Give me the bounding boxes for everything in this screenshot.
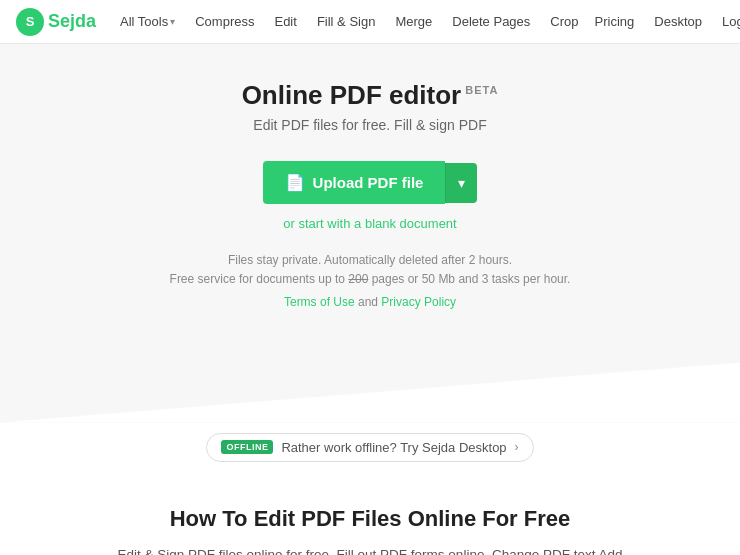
privacy-text-line1: Files stay private. Automatically delete… <box>20 251 720 270</box>
nav-pricing[interactable]: Pricing <box>587 10 643 33</box>
terms-of-use-link[interactable]: Terms of Use <box>284 295 355 309</box>
nav-fill-sign[interactable]: Fill & Sign <box>309 10 384 33</box>
nav-compress[interactable]: Compress <box>187 10 262 33</box>
offline-banner-section: OFFLINE Rather work offline? Try Sejda D… <box>0 423 740 482</box>
privacy-policy-link[interactable]: Privacy Policy <box>381 295 456 309</box>
how-to-section: How To Edit PDF Files Online For Free Ed… <box>0 482 740 555</box>
diagonal-divider <box>0 363 740 423</box>
upload-pdf-button[interactable]: 📄 Upload PDF file <box>263 161 446 204</box>
chevron-down-icon: ▾ <box>170 16 175 27</box>
hero-section: Online PDF editorBETA Edit PDF files for… <box>0 44 740 363</box>
logo-icon: S <box>16 8 44 36</box>
offline-banner-text: Rather work offline? Try Sejda Desktop <box>281 440 506 455</box>
pdf-icon: 📄 <box>285 173 305 192</box>
nav-delete-pages[interactable]: Delete Pages <box>444 10 538 33</box>
hero-subtitle: Edit PDF files for free. Fill & sign PDF <box>20 117 720 133</box>
beta-badge: BETA <box>465 84 498 96</box>
nav-right: Pricing Desktop Log in <box>587 10 740 33</box>
hero-title: Online PDF editorBETA <box>20 80 720 111</box>
nav-desktop[interactable]: Desktop <box>646 10 710 33</box>
offline-tag: OFFLINE <box>221 440 273 454</box>
offline-chevron-icon: › <box>515 440 519 454</box>
nav-left: All Tools ▾ Compress Edit Fill & Sign Me… <box>112 10 586 33</box>
dropdown-arrow-icon: ▾ <box>458 175 465 191</box>
nav-crop[interactable]: Crop <box>542 10 586 33</box>
nav-login[interactable]: Log in <box>714 10 740 33</box>
blank-document-link[interactable]: or start with a blank document <box>20 216 720 231</box>
upload-button-wrapper: 📄 Upload PDF file ▾ <box>263 161 478 204</box>
terms-privacy-line: Terms of Use and Privacy Policy <box>20 293 720 312</box>
logo-text: Sejda <box>48 11 96 32</box>
nav-edit[interactable]: Edit <box>266 10 304 33</box>
how-to-title: How To Edit PDF Files Online For Free <box>60 506 680 532</box>
logo-area[interactable]: S Sejda <box>16 8 96 36</box>
privacy-text-line2: Free service for documents up to 200 pag… <box>20 270 720 289</box>
offline-banner[interactable]: OFFLINE Rather work offline? Try Sejda D… <box>206 433 533 462</box>
nav-all-tools[interactable]: All Tools ▾ <box>112 10 183 33</box>
upload-dropdown-button[interactable]: ▾ <box>445 163 477 203</box>
how-to-description: Edit & Sign PDF files online for free. F… <box>110 544 630 555</box>
header: S Sejda All Tools ▾ Compress Edit Fill &… <box>0 0 740 44</box>
nav-merge[interactable]: Merge <box>387 10 440 33</box>
